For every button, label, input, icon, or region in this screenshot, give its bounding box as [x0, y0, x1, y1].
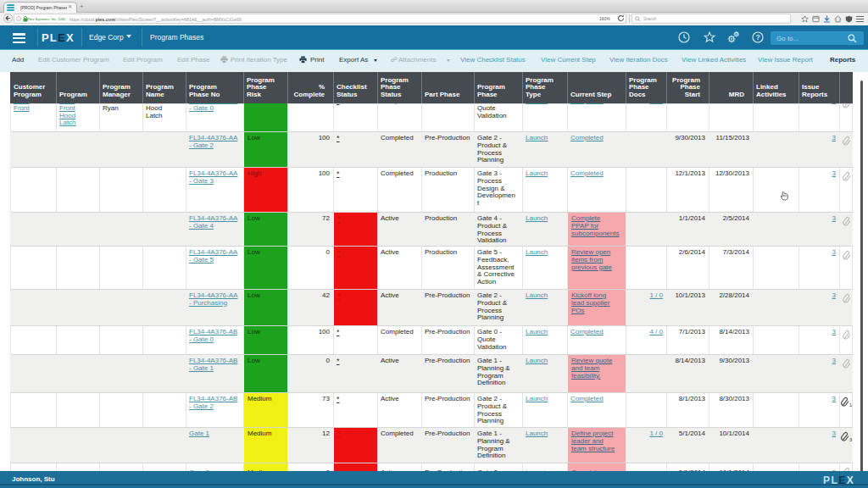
svg-text:?: ? — [755, 33, 760, 42]
